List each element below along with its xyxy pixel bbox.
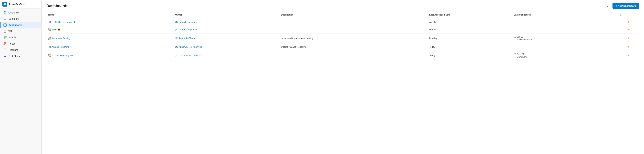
- svg-rect-44: [50, 46, 50, 47]
- configured-cell-content: Sep 21 Jihye Eom: [514, 53, 616, 58]
- owner-team-icon: [175, 37, 178, 39]
- sidebar-item-wiki[interactable]: Wiki: [0, 28, 42, 34]
- sidebar-item-boards[interactable]: Boards: [0, 34, 42, 41]
- dashboard-grid-icon: [48, 37, 50, 40]
- svg-point-40: [176, 37, 176, 38]
- svg-rect-25: [50, 21, 50, 22]
- sidebar-item-summary[interactable]: Summary: [0, 16, 42, 22]
- svg-rect-33: [50, 30, 50, 31]
- description-cell: [279, 51, 428, 60]
- owner-team-icon: [175, 21, 178, 23]
- header-actions: + New Dashboard: [605, 3, 639, 9]
- filter-button[interactable]: [605, 3, 610, 8]
- sidebar-nav: Overview Summary: [0, 8, 42, 154]
- svg-rect-15: [4, 36, 4, 39]
- dashboard-link[interactable]: AX and Reporting-Nw: [48, 54, 172, 57]
- new-dashboard-button[interactable]: + New Dashboard: [612, 3, 639, 9]
- sidebar-item-repos[interactable]: Repos: [0, 41, 42, 47]
- svg-rect-24: [48, 21, 49, 22]
- table-row: AX and Reporting-Nw AzDev.in Test Analyt…: [46, 51, 639, 60]
- col-header-last-configured: Last Configured: [512, 11, 618, 18]
- configured-by: Jihye Eom: [514, 56, 616, 58]
- description-cell: [279, 18, 428, 26]
- svg-rect-26: [48, 22, 49, 23]
- description-cell: [279, 26, 428, 33]
- add-button[interactable]: +: [35, 2, 39, 6]
- col-header-last-accessed: Last Accessed Date: [428, 11, 512, 18]
- svg-rect-50: [50, 54, 50, 55]
- last-accessed-cell: Today: [428, 51, 512, 60]
- svg-rect-46: [50, 47, 50, 48]
- table-row: [TEST] Keros Power BI Keros Engineering …: [46, 18, 639, 26]
- star-button[interactable]: ★: [628, 45, 630, 48]
- svg-rect-10: [5, 25, 6, 26]
- dashboard-grid-icon: [48, 46, 50, 48]
- svg-rect-31: [50, 28, 50, 29]
- dashboard-link[interactable]: AX and Reporting: [48, 46, 172, 48]
- svg-rect-2: [4, 13, 5, 14]
- sidebar-item-dashboards[interactable]: Dashboards: [0, 22, 42, 28]
- star-button[interactable]: ★: [628, 37, 630, 40]
- svg-point-19: [4, 44, 5, 45]
- wiki-icon: [3, 29, 7, 33]
- app-name: AzureDevOps: [9, 3, 34, 5]
- svg-point-20: [6, 42, 6, 43]
- repos-icon: [3, 42, 7, 45]
- configured-top: Jul 18: [514, 36, 616, 38]
- last-configured-cell: [512, 43, 618, 51]
- owner-link[interactable]: AzDev.in Test Analytics: [179, 46, 202, 48]
- last-accessed-cell: Aug 17: [428, 18, 512, 26]
- page-title: Dashboards: [46, 4, 68, 8]
- svg-point-29: [176, 21, 177, 22]
- col-header-star: [618, 11, 639, 18]
- app-logo: [2, 2, 7, 6]
- last-configured-cell: [512, 26, 618, 33]
- svg-rect-38: [48, 38, 49, 40]
- svg-rect-5: [4, 19, 6, 19]
- last-configured-cell: Jul 18 Ramesh Sunkari: [512, 33, 618, 43]
- svg-rect-12: [4, 31, 6, 31]
- svg-rect-27: [50, 22, 50, 23]
- sidebar-item-test-plans[interactable]: Test Plans: [0, 53, 42, 59]
- star-button[interactable]: ★: [628, 54, 630, 57]
- dashboard-grid-icon: [48, 28, 50, 31]
- dashboard-link[interactable]: [TEST] Keros Power BI: [48, 21, 172, 23]
- svg-point-34: [176, 29, 176, 30]
- dashboard-link[interactable]: @Me 😎: [48, 28, 172, 31]
- pipelines-icon: [3, 48, 7, 52]
- dashboard-grid-icon: [48, 54, 50, 57]
- svg-rect-43: [48, 46, 49, 47]
- sidebar-item-summary-label: Summary: [8, 17, 19, 20]
- description-cell: Update AX and Reporting: [279, 43, 428, 51]
- sidebar-item-wiki-label: Wiki: [8, 30, 13, 33]
- svg-rect-6: [4, 19, 6, 20]
- star-button[interactable]: ★: [628, 20, 630, 23]
- table-row: AX and Reporting AzDev.in Test Analytics…: [46, 43, 639, 51]
- sidebar-item-test-plans-label: Test Plans: [8, 55, 20, 58]
- col-header-owner: Owner: [174, 11, 279, 18]
- owner-link[interactable]: Test Xplat Team: [179, 37, 195, 40]
- owner-link[interactable]: User Engagement: [179, 28, 197, 31]
- last-configured-cell: Sep 21 Jihye Eom: [512, 51, 618, 60]
- owner-link[interactable]: Keros Engineering: [179, 21, 197, 23]
- svg-rect-51: [48, 56, 49, 57]
- owner-link[interactable]: AzDev.in Test Analytics: [179, 54, 202, 57]
- svg-point-54: [176, 55, 177, 55]
- owner-cell: AzDev.in Test Analytics: [175, 46, 278, 48]
- dashboard-link[interactable]: Automated Testing: [48, 37, 172, 40]
- owner-cell: Keros Engineering: [175, 21, 278, 23]
- dashboard-grid-icon: [48, 21, 50, 23]
- sidebar-item-overview[interactable]: Overview: [0, 9, 42, 16]
- star-cell: ★: [618, 33, 639, 43]
- owner-team-icon: [175, 54, 178, 57]
- svg-rect-1: [5, 11, 6, 12]
- sidebar-item-repos-label: Repos: [8, 42, 16, 45]
- svg-rect-49: [48, 54, 49, 55]
- svg-rect-7: [4, 24, 5, 25]
- sidebar-item-pipelines[interactable]: Pipelines: [0, 47, 42, 53]
- svg-point-18: [4, 42, 5, 43]
- star-button[interactable]: ★: [628, 28, 630, 31]
- last-accessed-cell: Today: [428, 43, 512, 51]
- dashboards-icon: [3, 23, 7, 27]
- col-header-description: Description: [279, 11, 428, 18]
